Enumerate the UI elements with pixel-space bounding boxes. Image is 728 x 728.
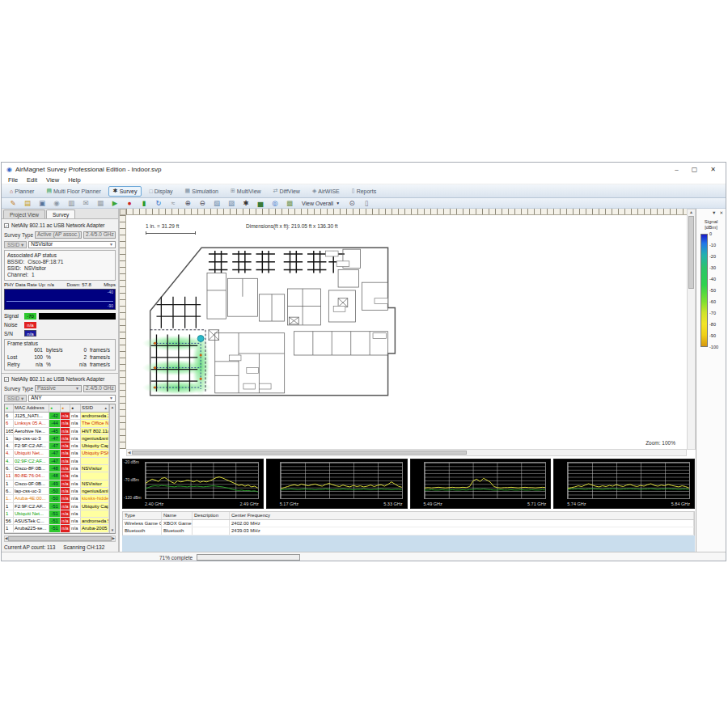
- scroll-left-icon[interactable]: ◀: [128, 451, 130, 455]
- tab-project-view[interactable]: Project View: [3, 210, 45, 218]
- interferer-row[interactable]: Bluetooth Bluetooth 2439.03 MHz: [123, 527, 694, 535]
- ap-ssid: [81, 458, 109, 464]
- mac-address-header[interactable]: MAC Address: [14, 404, 49, 412]
- view-tab[interactable]: ⌂ Planner: [5, 186, 39, 196]
- search-icon[interactable]: ⊙: [348, 198, 356, 208]
- chart-icon[interactable]: ▅: [256, 198, 265, 208]
- spectrum-chart-2-4ghz[interactable]: -20 dBm -70 dBm -120 dBm 2.40 GHz 2.49 G…: [122, 459, 264, 509]
- ap-table-scrollbar[interactable]: ▲ ▼: [109, 404, 115, 533]
- hscroll-thumb[interactable]: [8, 536, 111, 541]
- ssid2-select[interactable]: ANY▼: [28, 395, 116, 402]
- vscroll-thumb[interactable]: [688, 216, 694, 289]
- type-header[interactable]: Type: [123, 512, 162, 519]
- stop-icon[interactable]: ●: [125, 198, 133, 208]
- menu-item[interactable]: View: [46, 176, 59, 184]
- zoom-in-icon[interactable]: ⊕: [184, 198, 192, 208]
- canvas-hscrollbar[interactable]: ◀: [126, 449, 687, 456]
- globe-icon[interactable]: ◎: [271, 198, 279, 208]
- scroll-down-icon[interactable]: ▼: [111, 528, 114, 532]
- spectrum-chart-5-2ghz[interactable]: 5.17 GHz 5.33 GHz: [266, 459, 408, 509]
- ap-table-row[interactable]: 6. Cisco-8F:0B... -48 n/a n/a NSVisitor: [5, 465, 109, 472]
- tab-survey-panel[interactable]: Survey: [46, 210, 75, 218]
- ap-table-row[interactable]: 4. 02:9F:C2:AF... -47 n/a n/a: [5, 458, 109, 465]
- ssid-header[interactable]: SSID: [82, 404, 93, 412]
- record-icon[interactable]: ◉: [53, 198, 61, 208]
- export-image-icon[interactable]: ▧: [213, 198, 221, 208]
- menu-item[interactable]: Edit: [27, 176, 37, 184]
- zoom-out-icon[interactable]: ⊖: [198, 198, 206, 208]
- ap-table-row[interactable]: 1 F2:9F:C2:AF... -51 n/a n/a Ubiquity Ca…: [5, 503, 109, 510]
- refresh-icon[interactable]: ↻: [154, 198, 163, 208]
- spectrum-chart-5-5ghz[interactable]: 5.49 GHz 5.71 GHz: [410, 459, 552, 509]
- view-tab[interactable]: □ Display: [144, 186, 177, 196]
- name-header[interactable]: Name: [162, 512, 193, 519]
- attach-icon[interactable]: ✉: [82, 198, 90, 208]
- adapter2-checkbox[interactable]: ✓: [4, 377, 9, 382]
- view-tab[interactable]: ▤ Multi Floor Planner: [41, 186, 105, 197]
- ap-table-row[interactable]: 1 Aruba225-se... -51 n/a n/a Aruba-2005: [5, 525, 109, 532]
- ap-table-row[interactable]: 11 80:8E:76:04... -48 n/a n/a: [5, 472, 109, 480]
- survey-type-select[interactable]: Active (AP assoc.)▼: [35, 231, 82, 239]
- ap-channel: 6.: [5, 465, 14, 472]
- menu-item[interactable]: File: [8, 176, 18, 184]
- ap-table-row[interactable]: 56 ASUSTek C... -51 n/a n/a andromeda 5g: [5, 518, 109, 525]
- image-icon[interactable]: ▩: [286, 198, 294, 208]
- print-icon[interactable]: ▥: [67, 198, 75, 208]
- interferer-row[interactable]: Wireless Game Contr... XBOX Game ... 240…: [123, 520, 694, 528]
- description-header[interactable]: Description: [193, 512, 230, 519]
- band-select[interactable]: 2.4/5.0 GHz▼: [83, 231, 116, 239]
- ap-table-row[interactable]: 4. F2:9F:C2:AF... -47 n/a n/a Ubiquity C…: [5, 442, 109, 450]
- adapter1-checkbox[interactable]: ✓: [4, 223, 9, 228]
- ap-table-row[interactable]: 1 Ubiquiti Net... -51 n/a n/a: [5, 510, 109, 518]
- ap-table-row[interactable]: 6.. lap-css-uc-3 -50 n/a n/a ngenius&sni…: [5, 488, 109, 495]
- ap-table-row[interactable]: 6 Linksys 05 A... -44 n/a n/a The Office…: [5, 420, 109, 427]
- empty-panel-area: [122, 535, 695, 552]
- menu-bar: File Edit View Help: [2, 176, 726, 184]
- view-tab[interactable]: ▦ Simulation: [180, 186, 223, 197]
- floor-plan-canvas[interactable]: 1 in. = 31.29 ft Dimensions(ft x ft): 21…: [126, 215, 687, 449]
- ap-table-row[interactable]: 1.. Aruba-4E:00... -50 n/a n/a kiosks-hi…: [5, 495, 109, 502]
- battery-icon[interactable]: ▮: [140, 198, 148, 208]
- ap-table-row[interactable]: 4. Ubiquiti Net... -47 n/a n/a Ubiquity …: [5, 450, 109, 457]
- hscroll-thumb[interactable]: [132, 451, 466, 455]
- view-tab[interactable]: ▯ Reports: [347, 186, 381, 197]
- minimize-button[interactable]: –: [675, 166, 678, 173]
- ap-table-hscrollbar[interactable]: ◀ ▶: [4, 535, 116, 542]
- survey-walk-icon[interactable]: ✱: [242, 198, 250, 208]
- panel-icon[interactable]: ▯: [362, 198, 370, 208]
- view-tab[interactable]: ✱ Survey: [108, 186, 142, 197]
- canvas-vscrollbar[interactable]: ▲: [687, 209, 696, 450]
- center-frequency-header[interactable]: Center Frequency: [230, 512, 694, 519]
- play-icon[interactable]: ▶: [111, 198, 119, 208]
- snapshot-icon[interactable]: ▨: [227, 198, 235, 208]
- wrench-icon[interactable]: ✎: [9, 198, 17, 208]
- ap-table-row[interactable]: 1 Cisco-0F:0B... -49 n/a n/a NSVisitor: [5, 480, 109, 488]
- signal-icon[interactable]: ≈: [169, 198, 177, 208]
- view-tab[interactable]: ⊞ MultiView: [226, 186, 266, 197]
- floor-plan[interactable]: [139, 235, 408, 409]
- view-tab[interactable]: ⇄ DiffView: [269, 186, 305, 197]
- legend-collapse-icon[interactable]: ▼: [712, 210, 716, 215]
- spectrum-chart-5-8ghz[interactable]: 5.74 GHz 5.84 GHz: [553, 459, 695, 509]
- scroll-up-icon[interactable]: ▲: [111, 405, 114, 409]
- scroll-up-icon[interactable]: ▲: [689, 210, 693, 214]
- legend-close-icon[interactable]: ✕: [719, 210, 723, 215]
- ap-table-row[interactable]: 6 J125_NATI... -42 n/a n/a andromeda 2g: [5, 413, 109, 420]
- ap-table-row[interactable]: 1 lap-css-uc-3 -47 n/a n/a ngenius&sniff…: [5, 435, 109, 442]
- media-icon[interactable]: ▦: [96, 198, 104, 208]
- ssid-select[interactable]: NSVisitor▼: [28, 241, 116, 248]
- view-tab[interactable]: ◈ AirWISE: [307, 186, 345, 197]
- view-tab-label: MultiView: [237, 188, 261, 194]
- menu-item[interactable]: Help: [68, 176, 80, 184]
- maximize-button[interactable]: ▢: [692, 166, 698, 173]
- survey-type2-select[interactable]: Passive▼: [35, 385, 82, 392]
- view-overall-dropdown[interactable]: View Overall ▼: [302, 201, 340, 206]
- open-folder-icon[interactable]: ▤: [23, 198, 32, 208]
- band2-select[interactable]: 2.4/5.0 GHz▼: [83, 385, 116, 392]
- scroll-left-icon[interactable]: ◀: [5, 536, 7, 540]
- save-icon[interactable]: ▣: [38, 198, 46, 208]
- scroll-right-icon[interactable]: ▶: [112, 536, 115, 540]
- close-button[interactable]: ✕: [710, 166, 716, 173]
- ap-table-header[interactable]: ● MAC Address ● ● ● SSID▲: [5, 404, 109, 413]
- ap-table-row[interactable]: 165 Aerohive Ne... -45 n/a n/a HNT 802.1…: [5, 428, 109, 435]
